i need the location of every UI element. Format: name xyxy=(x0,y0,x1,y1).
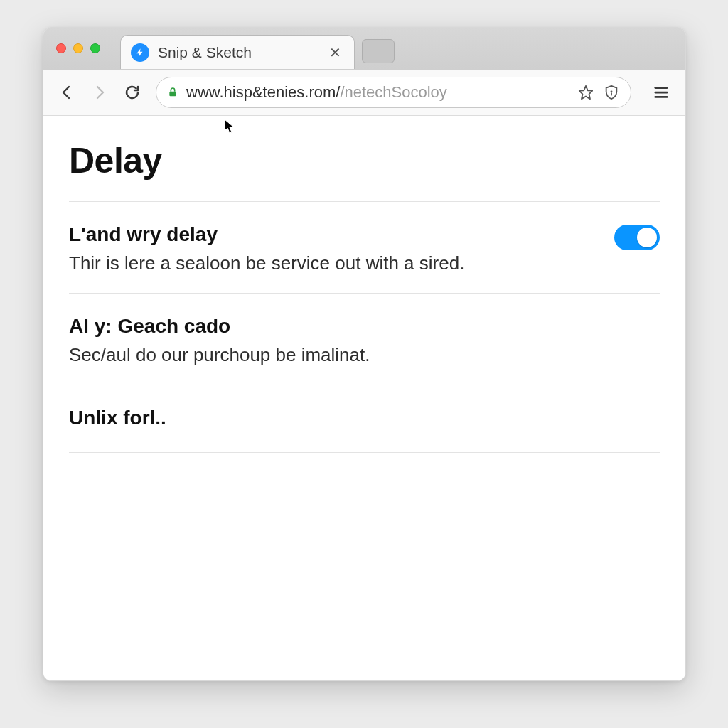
menu-button[interactable] xyxy=(647,78,675,107)
back-button[interactable] xyxy=(53,79,80,106)
page-title: Delay xyxy=(69,140,660,181)
svg-rect-0 xyxy=(169,92,176,97)
window-controls xyxy=(56,43,100,53)
setting-row: L'and wry delay Thir is lere a sealoon b… xyxy=(69,202,660,294)
setting-toggle[interactable] xyxy=(614,225,660,250)
svg-point-2 xyxy=(611,91,613,93)
shield-icon[interactable] xyxy=(602,83,621,102)
bookmark-star-icon[interactable] xyxy=(577,83,595,102)
tab-favicon-lightning-icon xyxy=(131,43,149,62)
setting-row[interactable]: Unlix forl.. xyxy=(69,385,660,453)
setting-description: Sec/aul do our purchoup be imalinat. xyxy=(69,343,660,368)
url-text: www.hisp&tenies.rom//netechSocoloy xyxy=(186,83,569,102)
url-host: www.hisp&tenies.rom/ xyxy=(186,83,340,101)
new-tab-button[interactable] xyxy=(362,39,395,63)
window-close-button[interactable] xyxy=(56,43,66,53)
tab-close-button[interactable]: ✕ xyxy=(326,43,344,63)
browser-tab[interactable]: Snip & Sketch ✕ xyxy=(120,35,355,69)
url-path: /netechSocoloy xyxy=(340,83,446,101)
setting-title: L'and wry delay xyxy=(69,223,600,246)
window-minimize-button[interactable] xyxy=(73,43,83,53)
address-bar[interactable]: www.hisp&tenies.rom//netechSocoloy xyxy=(156,77,631,108)
window-maximize-button[interactable] xyxy=(90,43,100,53)
tab-title: Snip & Sketch xyxy=(158,44,318,61)
reload-button[interactable] xyxy=(119,79,146,106)
site-security-lock-icon[interactable] xyxy=(166,86,179,99)
setting-title: Al y: Geach cado xyxy=(69,315,660,338)
setting-row[interactable]: Al y: Geach cado Sec/aul do our purchoup… xyxy=(69,294,660,385)
setting-title: Unlix forl.. xyxy=(69,407,660,429)
forward-button[interactable] xyxy=(86,79,113,106)
page-content: Delay L'and wry delay Thir is lere a sea… xyxy=(43,116,685,680)
svg-marker-1 xyxy=(579,86,592,99)
tab-strip: Snip & Sketch ✕ xyxy=(43,28,685,69)
browser-toolbar: www.hisp&tenies.rom//netechSocoloy xyxy=(43,69,685,116)
setting-description: Thir is lere a sealoon be service out wi… xyxy=(69,252,600,276)
browser-window: Snip & Sketch ✕ www.hisp&tenies.rom//net… xyxy=(43,27,686,681)
